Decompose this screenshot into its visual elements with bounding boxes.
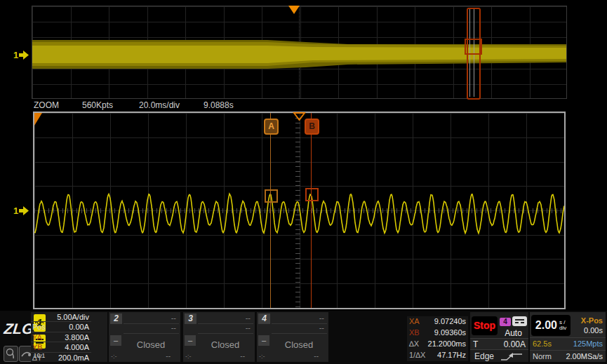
dx-label: ∆X bbox=[409, 339, 419, 348]
status-bar: ZLG® 1 10:1 5.00A/div Pos 0.00A YA 3 bbox=[0, 311, 607, 364]
trigger-position-marker[interactable] bbox=[288, 6, 300, 14]
ch4-coupling-placeholder: – bbox=[258, 335, 269, 346]
ch1-ya-label: YA bbox=[32, 333, 42, 342]
ch3-coupling-placeholder: – bbox=[185, 335, 196, 346]
ch1-ya-value: 3.800A bbox=[65, 333, 89, 342]
ch2-state: Closed bbox=[121, 339, 180, 350]
sample-rate: 2.00MSa/s bbox=[566, 352, 603, 360]
ch2-dash-row: -- bbox=[124, 314, 179, 324]
timebase-value: 2.00 bbox=[535, 319, 557, 332]
xpos-value: 0.00s bbox=[584, 326, 603, 335]
record-duration: 62.5s bbox=[533, 339, 552, 348]
ch3-dash-row: -- bbox=[198, 314, 253, 324]
ch1-marker-label: 1 bbox=[13, 205, 18, 216]
ch1-dy-label: ∆Y bbox=[32, 353, 42, 362]
ch1-yb-label: YB bbox=[32, 343, 43, 351]
ch3-state: Closed bbox=[196, 339, 255, 350]
ch4-dash-row: -- bbox=[272, 323, 327, 334]
ch3-dash: -- bbox=[240, 352, 245, 360]
ch4-dash: -- bbox=[314, 352, 319, 360]
cursor-a-trace-marker bbox=[265, 189, 278, 203]
acquire-mode: Norm bbox=[533, 352, 552, 360]
trigger-block[interactable]: Stop 4 Auto T 0.00A Edge bbox=[470, 312, 528, 362]
ch3-dash-row: -- bbox=[198, 323, 253, 334]
ch2-time-dash: -:- bbox=[111, 353, 117, 360]
channel2-info-block[interactable]: 2 -- -- – Closed -:- -- bbox=[109, 312, 180, 362]
dx-value: 21.2000ms bbox=[428, 339, 466, 348]
trigger-level-row: T 0.00A bbox=[470, 338, 528, 350]
trigger-sweep-mode[interactable]: Auto bbox=[500, 328, 527, 338]
zoom-offset-label: 9.0888s bbox=[204, 100, 234, 110]
zoom-info-bar: ZOOM 560Kpts 20.0ms/div 9.0888s bbox=[32, 100, 567, 111]
channel4-info-block[interactable]: 4 -- -- – Closed -:- -- bbox=[257, 312, 328, 362]
ch1-trace-zoom bbox=[34, 113, 564, 308]
timebase-unit-bottom: div bbox=[559, 325, 566, 331]
xpos-label: X-Pos bbox=[581, 316, 603, 325]
ch1-dy-value: 200.0mA bbox=[58, 353, 89, 362]
scope-screen: 1 1 ZOOM 560Kpts 20.0ms/div 9.0888s A B bbox=[0, 0, 607, 311]
xa-label: XA bbox=[409, 317, 420, 325]
touch-gesture-icon[interactable] bbox=[4, 346, 18, 362]
ch1-position-marker-top[interactable]: 1 bbox=[13, 50, 29, 60]
trigger-source-badge[interactable]: 4 bbox=[500, 318, 511, 326]
channel2-number: 2 bbox=[110, 314, 122, 324]
channel3-number: 3 bbox=[185, 314, 196, 324]
ch4-time-dash: -:- bbox=[259, 353, 265, 360]
zoom-scale-label: 20.0ms/div bbox=[139, 100, 180, 110]
ch4-state: Closed bbox=[269, 339, 328, 350]
ch3-time-dash: -:- bbox=[185, 353, 192, 360]
cursor-a-handle[interactable]: A bbox=[264, 119, 279, 135]
zoom-waveform-panel[interactable]: A B bbox=[33, 112, 566, 309]
zoom-region-handle[interactable] bbox=[465, 39, 482, 55]
ch2-dash-row: -- bbox=[124, 323, 179, 334]
ch4-dash-row: -- bbox=[272, 314, 327, 324]
cursor-readout-block: XA 9.07240s XB 9.09360s ∆X 21.2000ms 1/∆… bbox=[407, 316, 468, 361]
channel4-number: 4 bbox=[258, 314, 270, 324]
cursor-a-line[interactable] bbox=[270, 113, 271, 308]
trigger-level-value: 0.00A bbox=[504, 339, 526, 349]
ch1-pos-value: 0.00A bbox=[69, 323, 89, 331]
trigger-coupling-icon[interactable] bbox=[512, 316, 527, 326]
channel3-info-block[interactable]: 3 -- -- – Closed -:- -- bbox=[183, 312, 255, 362]
ch1-pos-label: Pos bbox=[32, 323, 46, 331]
channel-arrow-icon bbox=[19, 206, 29, 215]
inv-dx-label: 1/∆X bbox=[409, 351, 425, 359]
timebase-scale[interactable]: 2.00 s / div bbox=[531, 315, 571, 336]
channel1-info-block[interactable]: 1 10:1 5.00A/div Pos 0.00A YA 3.800A YB … bbox=[31, 312, 107, 362]
ch1-marker-label: 1 bbox=[13, 50, 18, 60]
rising-edge-icon bbox=[500, 353, 523, 361]
trigger-type-row[interactable]: Edge bbox=[470, 351, 528, 362]
cursor-b-handle[interactable]: B bbox=[305, 119, 319, 135]
zoom-mode-label: ZOOM bbox=[34, 100, 59, 110]
cursor-b-line[interactable] bbox=[311, 113, 312, 308]
xb-label: XB bbox=[409, 328, 420, 337]
ch1-trace-overview bbox=[32, 6, 566, 98]
zoom-center-marker[interactable] bbox=[293, 112, 306, 121]
ch2-dash: -- bbox=[166, 352, 171, 360]
trigger-level-label: T bbox=[473, 339, 478, 349]
ch1-yb-value: 4.000A bbox=[65, 343, 89, 351]
ch1-position-marker-bottom[interactable]: 1 bbox=[13, 205, 29, 216]
zoom-points-label: 560Kpts bbox=[82, 100, 113, 110]
timebase-block[interactable]: 2.00 s / div X-Pos 0.00s 62.5s 125Mpts N… bbox=[530, 312, 606, 362]
record-info-row: 62.5s 125Mpts bbox=[530, 337, 606, 350]
channel-arrow-icon bbox=[19, 50, 29, 60]
acquire-info-row: Norm 2.00MSa/s bbox=[530, 350, 606, 362]
main-waveform-panel[interactable] bbox=[32, 6, 567, 99]
trigger-type: Edge bbox=[474, 351, 494, 361]
dx-value: 9.09360s bbox=[434, 328, 466, 337]
ch1-scale: 5.00A/div bbox=[57, 313, 89, 321]
ch2-coupling-placeholder: – bbox=[110, 335, 121, 346]
xa-value: 9.07240s bbox=[434, 317, 466, 325]
inv-dx-value: 47.17Hz bbox=[437, 351, 466, 359]
record-points: 125Mpts bbox=[573, 339, 603, 348]
cursor-b-trace-marker bbox=[305, 188, 319, 201]
run-stop-state[interactable]: Stop bbox=[472, 316, 498, 335]
